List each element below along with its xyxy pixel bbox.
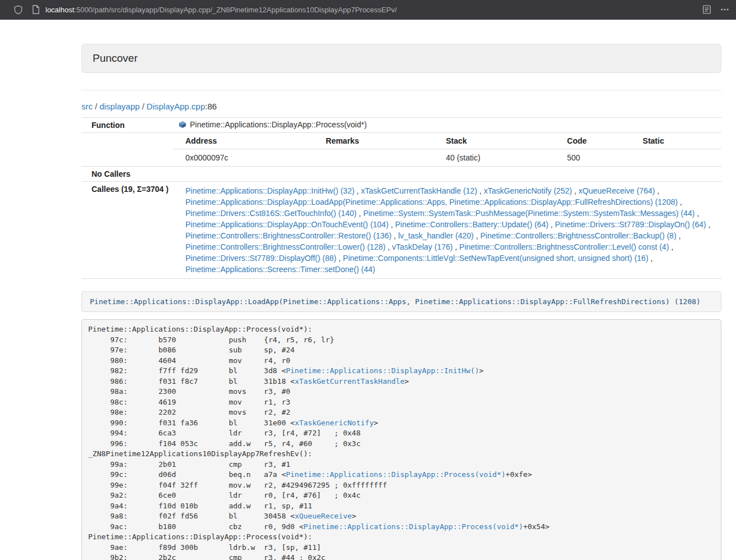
- no-callers-row: No Callers: [81, 167, 721, 182]
- function-row: Function Pinetime::Applications::Display…: [81, 118, 721, 133]
- url-bar[interactable]: localhost:5000/path/src/displayapp/Displ…: [32, 5, 693, 14]
- callees-row: Callees (19, Σ=3704 ) Pinetime::Applicat…: [81, 182, 721, 279]
- callee-link[interactable]: Pinetime::Drivers::Cst816S::GetTouchInfo…: [185, 209, 356, 218]
- stats-value-code: 500: [555, 149, 630, 167]
- callee-separator: ,: [356, 209, 363, 218]
- disassembly-symbol-link[interactable]: xTaskGenericNotify: [295, 419, 374, 427]
- stats-header-stack: Stack: [433, 133, 555, 149]
- disassembly-symbol-link[interactable]: Pinetime::Applications::DisplayApp::Proc…: [304, 522, 523, 531]
- callee-link[interactable]: xQueueReceive (764): [579, 186, 655, 195]
- stats-table: Address Remarks Stack Code Static 0x0000…: [173, 133, 721, 166]
- callee-link[interactable]: Pinetime::System::SystemTask::PushMessag…: [363, 209, 695, 218]
- disassembly-block: Pinetime::Applications::DisplayApp::Proc…: [81, 319, 721, 560]
- stats-value-address: 0x0000097c: [173, 149, 313, 167]
- callee-link[interactable]: lv_task_handler (420): [398, 231, 474, 240]
- disassembly-symbol-link[interactable]: Pinetime::Applications::DisplayApp::Init…: [286, 366, 479, 375]
- callee-separator: ,: [474, 231, 481, 240]
- callee-separator: ,: [572, 186, 579, 195]
- stats-header-code: Code: [555, 133, 630, 149]
- stats-header-static: Static: [630, 133, 721, 149]
- page-title: Puncover: [93, 52, 710, 65]
- disassembly-symbol-link[interactable]: xQueueReceive: [295, 512, 352, 520]
- stats-value-remarks: [313, 149, 433, 167]
- callee-link[interactable]: Pinetime::Components::LittleVgl::SetNewT…: [343, 254, 648, 263]
- stats-cell: Address Remarks Stack Code Static 0x0000…: [173, 133, 721, 167]
- callee-separator: ,: [477, 186, 484, 195]
- no-callers-cell: [173, 167, 721, 182]
- stats-header-address: Address: [173, 133, 313, 149]
- breadcrumb-link-displayapp[interactable]: displayapp: [99, 102, 140, 111]
- callee-separator: ,: [648, 254, 653, 263]
- function-row-label: Function: [81, 118, 173, 133]
- stats-header-row: Address Remarks Stack Code Static: [173, 133, 721, 149]
- callee-separator: ,: [676, 231, 681, 240]
- shield-icon[interactable]: [13, 5, 23, 15]
- callee-link[interactable]: Pinetime::Controllers::BrightnessControl…: [185, 231, 391, 240]
- callee-separator: ,: [694, 209, 699, 218]
- page-icon[interactable]: [32, 5, 40, 14]
- loadapp-panel-heading[interactable]: Pinetime::Applications::DisplayApp::Load…: [82, 292, 721, 311]
- callee-link[interactable]: Pinetime::Drivers::St7789::DisplayOn() (…: [555, 220, 706, 229]
- stats-value-static: [630, 149, 721, 167]
- callee-separator: ,: [706, 220, 711, 229]
- callee-separator: ,: [386, 242, 392, 251]
- breadcrumb-line-number: :86: [205, 102, 217, 111]
- breadcrumb: src/displayapp/DisplayApp.cpp:86: [81, 102, 721, 111]
- function-table: Function Pinetime::Applications::Display…: [81, 117, 721, 279]
- callee-separator: ,: [452, 242, 459, 251]
- callee-link[interactable]: Pinetime::Controllers::Battery::Update()…: [395, 220, 548, 229]
- breadcrumb-separator: /: [142, 102, 144, 111]
- callee-separator: ,: [655, 186, 660, 195]
- callee-link[interactable]: vTaskDelay (176): [392, 242, 452, 251]
- callee-link[interactable]: xTaskGetCurrentTaskHandle (12): [361, 186, 477, 195]
- content-container: Puncover src/displayapp/DisplayApp.cpp:8…: [81, 44, 721, 560]
- browser-toolbar: localhost:5000/path/src/displayapp/Displ…: [0, 0, 736, 20]
- callee-link[interactable]: Pinetime::Applications::Screens::Timer::…: [185, 265, 375, 274]
- loadapp-panel: Pinetime::Applications::DisplayApp::Load…: [81, 291, 721, 312]
- disassembly-symbol-link[interactable]: Pinetime::Applications::DisplayApp::Proc…: [286, 470, 505, 479]
- stats-value-stack: 40 (static): [433, 149, 555, 167]
- callee-separator: ,: [391, 231, 398, 240]
- url-path: :5000/path/src/displayapp/DisplayApp.cpp…: [74, 6, 397, 14]
- page: { "browser": { "url_host": "localhost", …: [0, 0, 736, 560]
- callee-separator: ,: [354, 186, 361, 195]
- callee-separator: ,: [336, 254, 343, 263]
- callee-link[interactable]: Pinetime::Controllers::BrightnessControl…: [459, 242, 669, 251]
- callee-separator: ,: [388, 220, 395, 229]
- callee-link[interactable]: Pinetime::Applications::DisplayApp::Init…: [185, 186, 354, 195]
- url-host: localhost: [45, 6, 74, 14]
- reader-mode-icon[interactable]: [702, 5, 711, 14]
- callees-label: Callees (19, Σ=3704 ): [81, 182, 173, 279]
- callee-link[interactable]: xTaskGenericNotify (252): [484, 186, 572, 195]
- callee-link[interactable]: Pinetime::Applications::DisplayApp::OnTo…: [185, 220, 388, 229]
- stats-row-label: [81, 133, 173, 167]
- callee-separator: ,: [669, 242, 674, 251]
- callee-link[interactable]: Pinetime::Applications::DisplayApp::Load…: [185, 198, 678, 206]
- stats-values-row: 0x0000097c 40 (static) 500: [173, 149, 721, 167]
- app-header: Puncover: [81, 44, 721, 73]
- disassembly-symbol-link[interactable]: xTaskGetCurrentTaskHandle: [295, 377, 405, 385]
- callee-separator: ,: [548, 220, 555, 229]
- stats-row: Address Remarks Stack Code Static 0x0000…: [81, 133, 721, 167]
- callees-list: Pinetime::Applications::DisplayApp::Init…: [173, 182, 721, 279]
- callee-separator: ,: [678, 198, 682, 206]
- breadcrumb-separator: /: [95, 102, 97, 111]
- callee-link[interactable]: Pinetime::Controllers::BrightnessControl…: [185, 242, 385, 251]
- overflow-menu-icon[interactable]: [720, 5, 729, 14]
- no-callers-label: No Callers: [81, 167, 173, 182]
- divider: [81, 90, 721, 90]
- breadcrumb-link-src[interactable]: src: [81, 102, 93, 111]
- stats-header-remarks: Remarks: [313, 133, 433, 149]
- url-text: localhost:5000/path/src/displayapp/Displ…: [45, 6, 397, 14]
- callee-link[interactable]: Pinetime::Controllers::BrightnessControl…: [480, 231, 676, 240]
- function-name-cell: Pinetime::Applications::DisplayApp::Proc…: [173, 118, 721, 133]
- function-icon: [179, 121, 186, 130]
- callee-link[interactable]: Pinetime::Drivers::St7789::DisplayOff() …: [185, 254, 336, 263]
- breadcrumb-link-file[interactable]: DisplayApp.cpp: [147, 102, 205, 111]
- function-name: Pinetime::Applications::DisplayApp::Proc…: [190, 120, 367, 129]
